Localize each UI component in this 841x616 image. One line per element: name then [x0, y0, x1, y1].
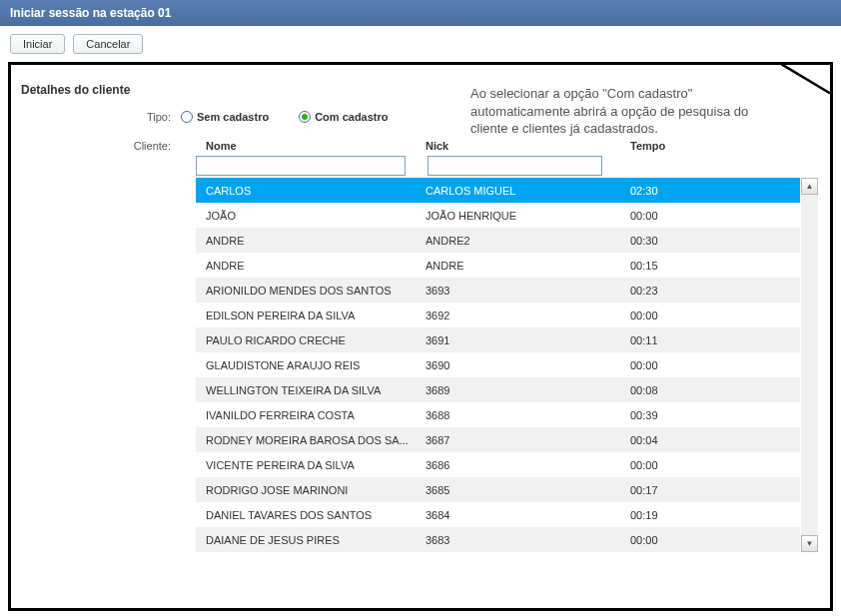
- radio-icon: [299, 111, 311, 123]
- cell-nick: ANDRE: [425, 260, 630, 272]
- annotation-text: Ao selecionar a opção "Com cadastro" aut…: [470, 85, 780, 138]
- cell-nome: PAULO RICARDO CRECHE: [196, 334, 425, 346]
- cell-nick: 3691: [425, 334, 630, 346]
- cell-nick: 3692: [425, 309, 630, 321]
- client-table: Nome Nick Tempo CARLOSCARLOS MIGUEL02:30…: [196, 136, 800, 552]
- cell-nick: 3689: [425, 384, 630, 396]
- cell-nome: JOÃO: [196, 210, 425, 222]
- cell-tempo: 00:11: [630, 334, 770, 346]
- radio-com-cadastro[interactable]: Com cadastro: [299, 111, 388, 123]
- table-row[interactable]: EDILSON PEREIRA DA SILVA369200:00: [196, 303, 800, 327]
- cell-nome: VICENTE PEREIRA DA SILVA: [196, 459, 425, 471]
- window: Iniciar sessão na estação 01 Iniciar Can…: [0, 0, 841, 616]
- header-nick[interactable]: Nick: [425, 140, 630, 152]
- cell-nome: ARIONILDO MENDES DOS SANTOS: [196, 285, 425, 297]
- scroll-down-icon[interactable]: ▼: [801, 535, 818, 552]
- scrollbar[interactable]: ▲ ▼: [801, 178, 818, 552]
- content-frame: Detalhes do cliente Ao selecionar a opçã…: [8, 62, 833, 611]
- table-row[interactable]: ANDREANDRE200:30: [196, 228, 800, 253]
- cancelar-button[interactable]: Cancelar: [73, 34, 143, 54]
- cell-tempo: 00:00: [630, 534, 770, 546]
- filter-nome-input[interactable]: [196, 156, 406, 176]
- cell-nome: GLAUDISTONE ARAUJO REIS: [196, 359, 425, 371]
- table-row[interactable]: JOÃOJOÃO HENRIQUE00:00: [196, 203, 800, 228]
- cell-tempo: 00:08: [630, 384, 770, 396]
- window-title: Iniciar sessão na estação 01: [0, 0, 841, 26]
- cell-nome: DAIANE DE JESUS PIRES: [196, 534, 425, 546]
- cell-tempo: 00:17: [630, 484, 770, 496]
- radio-com-label: Com cadastro: [315, 111, 388, 123]
- table-row[interactable]: CARLOSCARLOS MIGUEL02:30: [196, 178, 800, 203]
- cell-nick: 3686: [425, 459, 630, 471]
- table-header: Nome Nick Tempo: [196, 136, 800, 156]
- cell-tempo: 00:39: [630, 409, 770, 421]
- cell-tempo: 00:30: [630, 235, 770, 247]
- cell-tempo: 00:15: [630, 260, 770, 272]
- cell-tempo: 02:30: [630, 185, 770, 197]
- cell-nome: DANIEL TAVARES DOS SANTOS: [196, 509, 425, 521]
- cell-tempo: 00:00: [630, 210, 770, 222]
- cell-nome: ANDRE: [196, 260, 425, 272]
- scroll-up-icon[interactable]: ▲: [801, 178, 818, 195]
- cell-tempo: 00:00: [630, 459, 770, 471]
- tipo-label: Tipo:: [111, 111, 181, 123]
- table-row[interactable]: IVANILDO FERREIRA COSTA368800:39: [196, 402, 800, 427]
- table-row[interactable]: PAULO RICARDO CRECHE369100:11: [196, 327, 800, 352]
- cell-tempo: 00:23: [630, 285, 770, 297]
- cell-nick: 3688: [425, 409, 630, 421]
- cell-nick: ANDRE2: [425, 235, 630, 247]
- cell-tempo: 00:04: [630, 434, 770, 446]
- radio-group: Sem cadastro Com cadastro: [181, 111, 389, 123]
- table-row[interactable]: DANIEL TAVARES DOS SANTOS368400:19: [196, 502, 800, 527]
- table-row[interactable]: GLAUDISTONE ARAUJO REIS369000:00: [196, 352, 800, 377]
- radio-sem-label: Sem cadastro: [197, 111, 269, 123]
- table-row[interactable]: ANDREANDRE00:15: [196, 253, 800, 278]
- cell-nome: EDILSON PEREIRA DA SILVA: [196, 309, 425, 321]
- header-tempo[interactable]: Tempo: [630, 140, 770, 152]
- cell-nome: ANDRE: [196, 235, 425, 247]
- cell-nick: 3685: [425, 484, 630, 496]
- rows-container: CARLOSCARLOS MIGUEL02:30JOÃOJOÃO HENRIQU…: [196, 178, 800, 552]
- table-row[interactable]: VICENTE PEREIRA DA SILVA368600:00: [196, 452, 800, 477]
- filter-nick-input[interactable]: [427, 156, 602, 176]
- cell-nick: 3687: [425, 434, 630, 446]
- cell-nome: WELLINGTON TEIXEIRA DA SILVA: [196, 384, 425, 396]
- cell-nick: 3693: [425, 285, 630, 297]
- cell-nick: 3683: [425, 534, 630, 546]
- cell-nick: 3690: [425, 359, 630, 371]
- iniciar-button[interactable]: Iniciar: [10, 34, 65, 54]
- table-row[interactable]: RODRIGO JOSE MARINONI368500:17: [196, 477, 800, 502]
- cell-nick: 3684: [425, 509, 630, 521]
- radio-sem-cadastro[interactable]: Sem cadastro: [181, 111, 269, 123]
- cell-tempo: 00:19: [630, 509, 770, 521]
- cell-nome: RODRIGO JOSE MARINONI: [196, 484, 425, 496]
- cell-nome: IVANILDO FERREIRA COSTA: [196, 409, 425, 421]
- corner-decoration: [781, 64, 831, 94]
- cell-nick: JOÃO HENRIQUE: [425, 210, 630, 222]
- header-nome[interactable]: Nome: [196, 140, 425, 152]
- table-row[interactable]: WELLINGTON TEIXEIRA DA SILVA368900:08: [196, 377, 800, 402]
- cell-nome: RODNEY MOREIRA BAROSA DOS SA...: [196, 434, 425, 446]
- toolbar: Iniciar Cancelar: [0, 26, 841, 62]
- radio-icon: [181, 111, 193, 123]
- cell-nome: CARLOS: [196, 185, 425, 197]
- cliente-label: Cliente:: [111, 137, 181, 152]
- cell-nick: CARLOS MIGUEL: [425, 185, 630, 197]
- filter-row: [196, 156, 800, 176]
- table-row[interactable]: RODNEY MOREIRA BAROSA DOS SA...368700:04: [196, 427, 800, 452]
- cell-tempo: 00:00: [630, 309, 770, 321]
- cell-tempo: 00:00: [630, 359, 770, 371]
- table-row[interactable]: ARIONILDO MENDES DOS SANTOS369300:23: [196, 278, 800, 303]
- table-row[interactable]: DAIANE DE JESUS PIRES368300:00: [196, 527, 800, 552]
- svg-line-0: [781, 64, 831, 94]
